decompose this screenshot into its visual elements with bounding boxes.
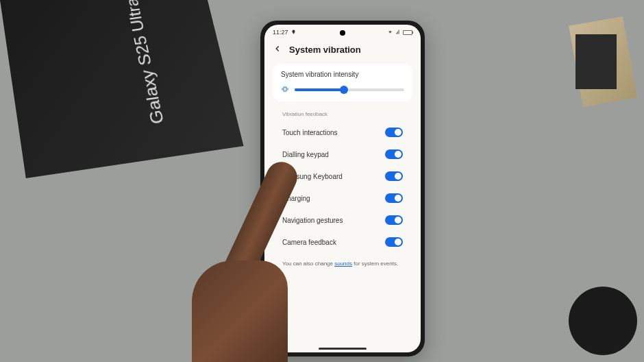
product-box: Galaxy S25 Ultra xyxy=(0,0,244,178)
battery-icon xyxy=(403,30,412,35)
toggle-switch[interactable] xyxy=(385,215,403,225)
intensity-slider[interactable] xyxy=(295,88,404,91)
background-object-dark xyxy=(575,34,617,89)
gesture-bar[interactable] xyxy=(319,348,367,350)
toggle-switch[interactable] xyxy=(385,149,403,159)
page-header: System vibration xyxy=(264,38,421,61)
toggle-switch[interactable] xyxy=(385,128,403,137)
toggle-label: Touch interactions xyxy=(282,129,338,136)
toggle-label: Camera feedback xyxy=(282,239,336,246)
product-box-label: Galaxy S25 Ultra xyxy=(122,0,168,125)
toggle-switch[interactable] xyxy=(385,193,403,203)
back-button[interactable] xyxy=(273,44,282,56)
page-title: System vibration xyxy=(289,45,361,55)
toggle-label: Dialling keypad xyxy=(282,151,329,158)
vibrate-icon xyxy=(281,85,289,95)
toggle-label: Navigation gestures xyxy=(282,217,343,224)
toggle-label: Charging xyxy=(282,195,310,202)
sounds-link[interactable]: sounds xyxy=(334,261,352,267)
signal-icon xyxy=(395,29,401,36)
toggle-navigation-gestures[interactable]: Navigation gestures xyxy=(273,209,412,231)
phone-device: 11:27 System vibration xyxy=(260,21,425,357)
toggle-charging[interactable]: Charging xyxy=(273,187,412,209)
intensity-card: System vibration intensity xyxy=(273,64,412,101)
phone-screen: 11:27 System vibration xyxy=(264,25,421,352)
toggle-switch[interactable] xyxy=(385,171,403,181)
wifi-icon xyxy=(387,29,393,36)
toggle-switch[interactable] xyxy=(385,237,403,247)
toggle-camera-feedback[interactable]: Camera feedback xyxy=(273,231,412,253)
location-icon xyxy=(291,29,296,36)
camera-hole xyxy=(340,30,345,36)
section-label: Vibration feedback xyxy=(273,108,412,121)
toggle-samsung-keyboard[interactable]: Samsung Keyboard xyxy=(273,165,412,187)
footer-text: You can also change sounds for system ev… xyxy=(273,253,412,274)
status-time: 11:27 xyxy=(273,29,288,36)
toggle-touch-interactions[interactable]: Touch interactions xyxy=(273,121,412,143)
toggle-label: Samsung Keyboard xyxy=(282,173,343,180)
background-circle xyxy=(569,287,637,355)
intensity-label: System vibration intensity xyxy=(281,71,404,78)
toggle-dialling-keypad[interactable]: Dialling keypad xyxy=(273,143,412,165)
